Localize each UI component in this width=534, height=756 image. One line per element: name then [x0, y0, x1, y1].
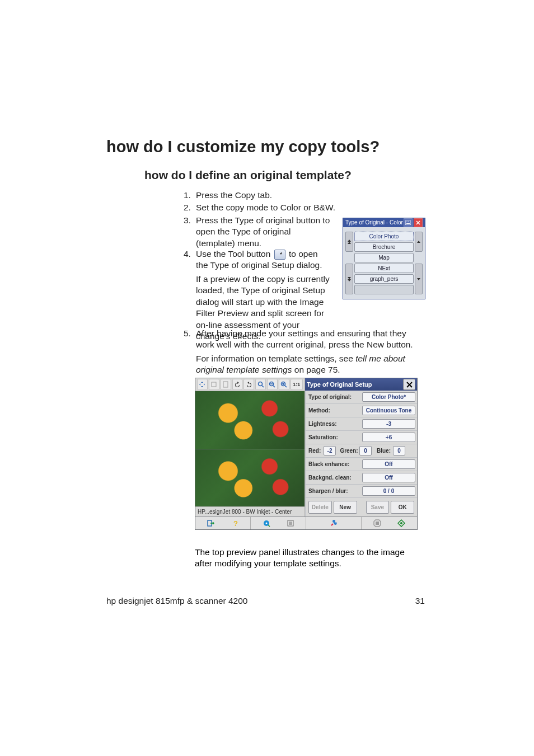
red-label: Red: — [306, 444, 322, 457]
step-text: After having made your settings and ensu… — [196, 328, 424, 351]
svg-point-12 — [265, 523, 267, 524]
step-text: Press the Type of original button to ope… — [196, 215, 330, 249]
new-button[interactable]: New — [334, 501, 357, 514]
svg-rect-0 — [405, 220, 411, 225]
scroll-up-icon[interactable] — [415, 232, 423, 252]
stop-icon — [373, 519, 381, 527]
step-3: 3. Press the Type of original button to … — [184, 215, 330, 249]
field-value[interactable]: +6 — [362, 433, 415, 442]
green-label: Green: — [337, 444, 358, 457]
svg-point-17 — [400, 522, 402, 524]
heading-1: how do I customize my copy tools? — [106, 138, 442, 156]
preview-bottom-image — [195, 449, 305, 507]
panel-title: Type of Original Setup — [307, 381, 372, 388]
type-of-original-dialog: Type of Original - Color Color Photo Bro… — [343, 218, 425, 299]
step-text: Press the Copy tab. — [196, 190, 424, 201]
tab-tools[interactable] — [306, 517, 362, 529]
field-label: Method: — [306, 404, 360, 417]
go-icon — [397, 519, 405, 527]
row-black-enhance: Black enhance: Off — [306, 458, 417, 471]
printer-profile: HP...esignJet 800 - BW Inkjet - Center — [195, 506, 305, 516]
list-item[interactable]: graph_pers — [354, 274, 414, 284]
page-icon[interactable] — [221, 379, 231, 390]
list-item[interactable]: Brochure — [354, 242, 414, 252]
keyboard-icon[interactable] — [404, 218, 413, 227]
tab-run-stop[interactable] — [362, 517, 417, 529]
field-value[interactable]: 0 / 0 — [362, 486, 415, 496]
rotate-left-icon[interactable] — [232, 379, 243, 390]
move-icon[interactable] — [197, 379, 208, 390]
help-icon: ? — [231, 519, 239, 527]
scroll-up-large-icon[interactable] — [345, 232, 353, 252]
blue-label: Blue: — [373, 444, 392, 457]
row-rgb: Red: -2 Green: 0 Blue: 0 — [306, 444, 417, 458]
tab-exit-help[interactable]: ? — [195, 517, 251, 529]
crop-icon[interactable] — [209, 379, 219, 390]
field-label: Saturation: — [306, 431, 360, 444]
red-value[interactable]: -2 — [324, 446, 336, 456]
delete-button[interactable]: Delete — [308, 501, 332, 514]
tab-disc-queue[interactable] — [251, 517, 306, 529]
dialog-titlebar: Type of Original - Color — [343, 218, 425, 227]
caption: The top preview panel illustrates change… — [195, 547, 424, 570]
svg-rect-5 — [223, 382, 228, 387]
step-2: 2. Set the copy mode to Color or B&W. — [184, 202, 424, 213]
svg-text:?: ? — [233, 519, 238, 527]
zoom-fit-icon[interactable] — [255, 379, 266, 390]
rotate-right-icon[interactable] — [243, 379, 254, 390]
scroll-down-icon[interactable] — [415, 264, 423, 294]
close-icon[interactable] — [403, 379, 415, 390]
step-number: 2. — [184, 202, 196, 213]
scroll-down-large-icon[interactable] — [345, 264, 353, 294]
preview-toolbar: 1:1 — [195, 378, 305, 391]
svg-rect-4 — [212, 382, 216, 387]
green-value[interactable]: 0 — [359, 446, 372, 456]
row-type-of-original: Type of original: Color Photo* — [306, 391, 417, 404]
bottom-tabs: ? — [195, 516, 417, 529]
step-number: 1. — [184, 190, 196, 201]
zoom-out-icon[interactable] — [267, 379, 278, 390]
preview-top-image — [195, 391, 305, 449]
step-4: 4. Use the Tool button to open the Type … — [184, 248, 330, 271]
ok-button[interactable]: OK — [391, 501, 414, 514]
svg-rect-3 — [406, 223, 410, 224]
list-item[interactable]: NExt — [354, 264, 414, 273]
step-5-pre: For information on template settings, se… — [196, 354, 355, 363]
svg-rect-2 — [408, 222, 409, 222]
preview-split — [195, 391, 305, 506]
zoom-actual-button[interactable]: 1:1 — [291, 379, 303, 390]
list-item[interactable]: Color Photo — [354, 232, 414, 241]
field-value[interactable]: Off — [362, 473, 415, 482]
step-number: 3. — [184, 215, 196, 249]
field-label: Backgnd. clean: — [306, 471, 360, 484]
step-text: Use the Tool button to open the Type of … — [196, 248, 330, 271]
queue-icon — [287, 519, 294, 527]
blue-value[interactable]: 0 — [393, 446, 405, 456]
svg-rect-1 — [406, 222, 407, 222]
field-label: Lightness: — [306, 417, 360, 430]
heading-2: how do I define an original template? — [144, 168, 491, 182]
type-of-original-setup-screenshot: 1:1 HP...esignJet 800 - BW Inkjet - Cent… — [195, 378, 418, 530]
exit-icon — [207, 519, 215, 527]
step-text-pre: Use the Tool button — [196, 249, 273, 259]
wrench-icon — [330, 519, 338, 527]
step-text: Set the copy mode to Color or B&W. — [196, 202, 424, 213]
field-label: Sharpen / blur: — [306, 485, 360, 497]
row-saturation: Saturation: +6 — [306, 431, 417, 444]
close-icon[interactable] — [414, 218, 423, 227]
save-button[interactable]: Save — [366, 501, 390, 514]
step-number: 4. — [184, 248, 196, 271]
field-value[interactable]: -3 — [362, 419, 415, 429]
panel-actions: Delete New Save OK — [305, 497, 417, 516]
list-item[interactable]: Map — [354, 253, 414, 262]
field-value[interactable]: Color Photo* — [362, 392, 415, 402]
row-sharpen-blur: Sharpen / blur: 0 / 0 — [306, 485, 417, 497]
row-method: Method: Continuous Tone — [306, 404, 417, 417]
row-backgnd-clean: Backgnd. clean: Off — [306, 471, 417, 485]
dialog-title: Type of Original - Color — [345, 218, 403, 227]
zoom-in-icon[interactable] — [279, 379, 289, 390]
list-item-empty — [354, 285, 414, 294]
field-value[interactable]: Off — [362, 459, 415, 469]
step-1: 1. Press the Copy tab. — [184, 190, 424, 201]
field-value[interactable]: Continuous Tone — [362, 406, 415, 415]
